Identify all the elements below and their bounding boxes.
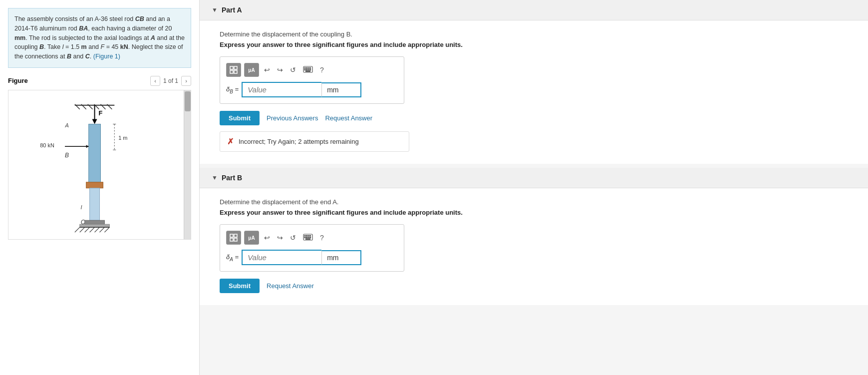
part-b-input-row: δA = <box>226 250 398 265</box>
svg-rect-39 <box>304 67 305 68</box>
part-a-section: ▼ Part A Determine the displacement of t… <box>200 0 868 164</box>
figure-title: Figure <box>8 77 28 84</box>
undo-button-a[interactable]: ↩ <box>262 65 272 75</box>
svg-rect-46 <box>310 69 311 70</box>
part-b-content: Determine the displacement of the end A.… <box>200 188 868 305</box>
figure-prev-button[interactable]: ‹ <box>150 76 160 86</box>
svg-rect-47 <box>306 71 310 72</box>
part-b-unit-input[interactable] <box>321 250 361 265</box>
reset-button-b[interactable]: ↺ <box>288 233 298 243</box>
svg-line-28 <box>80 227 85 232</box>
svg-rect-58 <box>306 237 307 238</box>
svg-line-30 <box>90 227 95 232</box>
svg-text:1 m: 1 m <box>118 135 127 141</box>
right-panel: ▼ Part A Determine the displacement of t… <box>200 0 868 375</box>
svg-rect-57 <box>304 237 305 238</box>
mu-button-b[interactable]: μA <box>244 231 259 245</box>
part-b-delta-label: δA = <box>226 253 239 262</box>
part-b-chevron-icon: ▼ <box>212 174 218 181</box>
svg-marker-18 <box>86 145 89 148</box>
svg-text:80 kN: 80 kN <box>40 142 54 148</box>
grid-button-b[interactable] <box>226 231 241 245</box>
part-a-previous-answers-link[interactable]: Previous Answers <box>267 114 318 122</box>
svg-rect-37 <box>234 70 237 73</box>
svg-line-32 <box>100 227 105 232</box>
keyboard-button-b[interactable] <box>301 233 315 243</box>
part-b-section: ▼ Part B Determine the displacement of t… <box>200 168 868 305</box>
svg-rect-25 <box>80 224 110 227</box>
svg-line-29 <box>85 227 90 232</box>
figure-header: Figure ‹ 1 of 1 › <box>8 76 191 86</box>
part-b-submit-button[interactable]: Submit <box>220 279 260 293</box>
mu-button-a[interactable]: μA <box>244 63 259 77</box>
figure-next-button[interactable]: › <box>181 76 191 86</box>
part-a-chevron-icon: ▼ <box>212 6 218 13</box>
part-a-answer-box: μA ↩ ↪ ↺ <box>220 56 404 104</box>
svg-text:A: A <box>64 122 69 129</box>
undo-button-b[interactable]: ↩ <box>262 233 272 243</box>
svg-marker-8 <box>92 119 97 124</box>
part-a-delta-label: δB = <box>226 85 239 94</box>
svg-rect-40 <box>306 67 307 68</box>
part-b-answer-box: μA ↩ ↪ ↺ <box>220 224 404 272</box>
svg-rect-60 <box>310 237 311 238</box>
problem-text-box: The assembly consists of an A-36 steel r… <box>8 8 191 68</box>
svg-rect-61 <box>306 239 310 240</box>
redo-button-a[interactable]: ↪ <box>275 65 285 75</box>
part-a-title: Part A <box>222 6 242 14</box>
part-a-header[interactable]: ▼ Part A <box>200 0 868 20</box>
part-a-request-answer-link[interactable]: Request Answer <box>325 114 372 122</box>
part-b-request-answer-link[interactable]: Request Answer <box>267 282 314 290</box>
svg-rect-41 <box>308 67 309 68</box>
svg-rect-55 <box>308 235 309 236</box>
svg-rect-54 <box>306 235 307 236</box>
svg-rect-56 <box>310 235 311 236</box>
svg-text:l: l <box>81 204 82 210</box>
part-a-toolbar: μA ↩ ↪ ↺ <box>226 63 398 77</box>
svg-rect-50 <box>230 238 233 241</box>
svg-line-31 <box>95 227 100 232</box>
part-a-content: Determine the displacement of the coupli… <box>200 20 868 164</box>
part-a-submit-button[interactable]: Submit <box>220 111 260 125</box>
part-b-actions: Submit Request Answer <box>220 279 848 293</box>
part-b-description: Determine the displacement of the end A. <box>220 198 848 206</box>
part-b-header[interactable]: ▼ Part B <box>200 168 868 188</box>
svg-rect-42 <box>310 67 311 68</box>
svg-rect-36 <box>230 70 233 73</box>
part-a-instruction: Express your answer to three significant… <box>220 41 848 48</box>
figure-navigation: ‹ 1 of 1 › <box>150 76 191 86</box>
svg-text:F: F <box>99 109 103 116</box>
part-a-status-text: Incorrect; Try Again; 2 attempts remaini… <box>239 138 359 145</box>
figure-section: Figure ‹ 1 of 1 › F <box>0 76 199 375</box>
svg-rect-44 <box>306 69 307 70</box>
reset-button-a[interactable]: ↺ <box>288 65 298 75</box>
part-b-value-input[interactable] <box>242 250 321 265</box>
svg-rect-48 <box>230 234 233 237</box>
help-button-a[interactable]: ? <box>318 65 326 75</box>
part-a-value-input[interactable] <box>242 82 321 97</box>
left-panel: The assembly consists of an A-36 steel r… <box>0 0 200 375</box>
figure-svg: F A 1 m 80 kN B <box>8 90 191 239</box>
svg-rect-21 <box>90 188 100 220</box>
scrollbar-thumb[interactable] <box>185 91 191 111</box>
part-b-toolbar: μA ↩ ↪ ↺ <box>226 231 398 245</box>
figure-link[interactable]: (Figure 1) <box>93 53 120 60</box>
part-a-unit-input[interactable] <box>321 82 361 97</box>
figure-scrollbar[interactable] <box>184 90 191 239</box>
part-a-description: Determine the displacement of the coupli… <box>220 30 848 38</box>
help-button-b[interactable]: ? <box>318 233 326 243</box>
svg-rect-35 <box>234 66 237 69</box>
svg-rect-59 <box>308 237 309 238</box>
keyboard-button-a[interactable] <box>301 65 315 75</box>
redo-button-b[interactable]: ↪ <box>275 233 285 243</box>
part-b-title: Part B <box>222 174 242 182</box>
figure-page-indicator: 1 of 1 <box>163 77 178 84</box>
svg-rect-34 <box>230 66 233 69</box>
svg-rect-15 <box>89 124 101 183</box>
grid-button-a[interactable] <box>226 63 241 77</box>
svg-rect-49 <box>234 234 237 237</box>
svg-line-33 <box>104 227 109 232</box>
svg-text:B: B <box>65 152 69 159</box>
error-icon-a: ✗ <box>227 137 234 146</box>
svg-rect-43 <box>304 69 305 70</box>
